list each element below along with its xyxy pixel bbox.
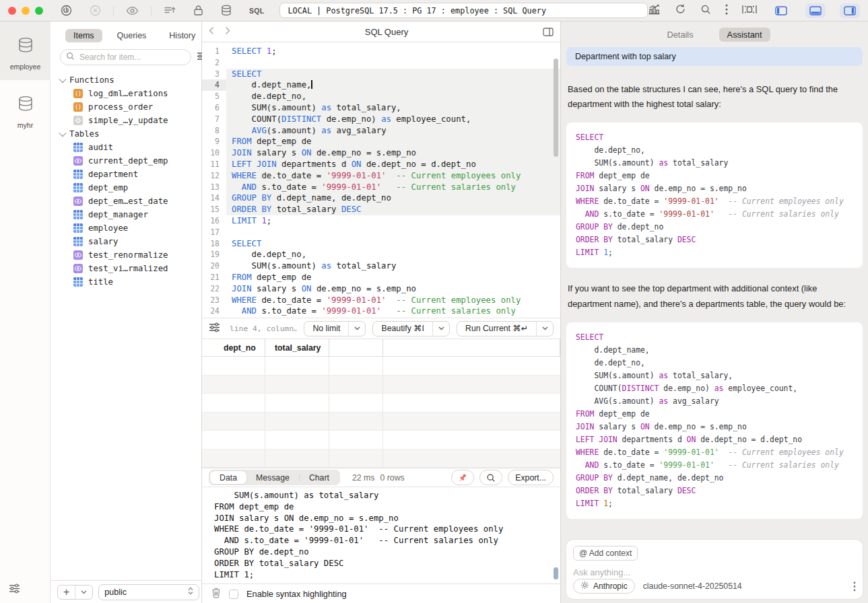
view-item[interactable]: dept_em…est_date xyxy=(51,194,201,208)
close-circle-icon[interactable] xyxy=(90,5,101,16)
editor-line[interactable]: 3SELECT xyxy=(202,69,560,80)
message-pane[interactable]: SUM(s.amount) as total_salaryFROM dept_e… xyxy=(202,487,560,583)
table-row[interactable] xyxy=(202,394,560,413)
more-vertical-icon[interactable] xyxy=(853,581,856,592)
table-cell[interactable] xyxy=(214,413,265,431)
tab-queries[interactable]: Queries xyxy=(109,29,155,42)
table-cell[interactable] xyxy=(329,394,383,412)
beautify-button[interactable]: Beautify ⌘I xyxy=(372,321,450,336)
tables-group-header[interactable]: Tables xyxy=(51,127,201,141)
database-icon[interactable] xyxy=(221,5,232,16)
procedure-item[interactable]: simple_…y_update xyxy=(51,114,201,127)
connection-myhr[interactable]: myhr xyxy=(0,80,51,139)
table-row[interactable] xyxy=(202,376,560,394)
editor-line[interactable]: 18SELECT xyxy=(202,238,560,250)
sql-code-block[interactable]: SELECT d.dept_name, de.dept_no, SUM(s.am… xyxy=(566,322,863,519)
model-name[interactable]: claude-sonnet-4-20250514 xyxy=(643,581,742,591)
chevron-down-icon[interactable] xyxy=(433,326,449,330)
editor-line[interactable]: 5 de.dept_no, xyxy=(202,91,560,102)
editor-line[interactable]: 15ORDER BY total_salary DESC xyxy=(202,204,560,215)
functions-group-header[interactable]: Functions xyxy=(51,73,201,87)
table-cell[interactable] xyxy=(383,450,560,468)
schema-select[interactable]: public xyxy=(98,584,199,600)
table-cell[interactable] xyxy=(265,357,329,375)
add-item-button[interactable]: + xyxy=(57,585,93,600)
zoom-window-button[interactable] xyxy=(35,7,43,15)
editor-line[interactable]: 21FROM dept_emp de xyxy=(202,272,560,283)
editor-line[interactable]: 20 SUM(s.amount) as total_salary xyxy=(202,260,560,272)
table-cell[interactable] xyxy=(383,376,560,394)
table-cell[interactable] xyxy=(383,357,560,375)
table-cell[interactable] xyxy=(329,376,383,394)
table-item[interactable]: employee xyxy=(51,221,201,235)
refresh-icon[interactable] xyxy=(675,3,686,17)
editor-line[interactable]: 24 AND s.to_date = '9999-01-01' -- Curre… xyxy=(202,306,560,317)
right-panel-toggle[interactable] xyxy=(840,3,860,18)
editor-line[interactable]: 2 xyxy=(202,57,560,69)
log-list-icon[interactable] xyxy=(164,5,176,15)
table-item[interactable]: salary xyxy=(51,235,201,248)
table-cell[interactable] xyxy=(214,450,265,468)
lock-icon[interactable] xyxy=(193,5,203,16)
table-cell[interactable] xyxy=(265,376,329,394)
editor-line[interactable]: 22JOIN salary s ON de.emp_no = s.emp_no xyxy=(202,283,560,295)
search-input[interactable] xyxy=(78,52,185,63)
table-cell[interactable] xyxy=(329,431,383,449)
add-item-label[interactable]: + xyxy=(58,586,75,599)
table-item[interactable]: audit xyxy=(51,141,201,154)
tab-history[interactable]: History xyxy=(161,29,203,42)
tab-details[interactable]: Details xyxy=(659,28,701,42)
search-icon[interactable] xyxy=(700,4,711,17)
editor-line[interactable]: 16LIMIT 1; xyxy=(202,215,560,227)
provider-selector[interactable]: Anthropic xyxy=(573,579,635,594)
eye-icon[interactable] xyxy=(126,6,139,15)
bottom-panel-toggle[interactable] xyxy=(805,3,826,18)
chevron-down-icon[interactable] xyxy=(349,326,365,330)
table-cell[interactable] xyxy=(329,413,383,431)
connection-title[interactable]: LOCAL | PostgreSQL 17.5 : PG 17 : employ… xyxy=(279,3,648,18)
editor-line[interactable]: 13 AND s.to_date = '9999-01-01' -- Curre… xyxy=(202,182,560,193)
table-cell[interactable] xyxy=(214,357,265,375)
table-cell[interactable] xyxy=(329,357,383,375)
editor-line[interactable]: 6 SUM(s.amount) as total_salary, xyxy=(202,102,560,114)
message-scrollbar[interactable] xyxy=(554,567,558,579)
editor-line[interactable]: 17 xyxy=(202,227,560,238)
tab-chart[interactable]: Chart xyxy=(300,471,339,484)
chart-icon[interactable] xyxy=(648,4,661,17)
table-item[interactable]: title xyxy=(51,275,201,289)
split-panel-icon[interactable] xyxy=(543,28,554,36)
editor-line[interactable]: 10JOIN salary s ON de.emp_no = s.emp_no xyxy=(202,147,560,159)
table-row[interactable] xyxy=(202,450,560,468)
trash-icon[interactable] xyxy=(211,588,221,601)
editor-line[interactable]: 7 COUNT(DISTINCT de.emp_no) as employee_… xyxy=(202,114,560,125)
editor-line[interactable]: 12WHERE de.to_date = '9999-01-01' -- Cur… xyxy=(202,170,560,182)
table-item[interactable]: dept_emp xyxy=(51,181,201,194)
minimize-window-button[interactable] xyxy=(22,7,30,15)
sql-editor[interactable]: 1SELECT 1;23SELECT4 d.dept_name,5 de.dep… xyxy=(202,42,560,318)
function-item[interactable]: ()log_dml…erations xyxy=(51,87,201,100)
view-item[interactable]: test_vi…rmalized xyxy=(51,262,201,275)
settings-sliders-icon[interactable] xyxy=(9,583,20,596)
tab-message[interactable]: Message xyxy=(246,471,299,484)
left-panel-toggle[interactable] xyxy=(771,3,791,18)
editor-line[interactable]: 14GROUP BY d.dept_name, de.dept_no xyxy=(202,192,560,204)
item-search-field[interactable] xyxy=(60,49,191,65)
limit-button[interactable]: No limit xyxy=(304,321,366,336)
table-cell[interactable] xyxy=(214,394,265,412)
connection-employee[interactable]: employee xyxy=(0,22,51,80)
table-cell[interactable] xyxy=(265,413,329,431)
add-context-button[interactable]: @ Add context xyxy=(573,546,638,561)
editor-line[interactable]: 9FROM dept_emp de xyxy=(202,136,560,147)
back-icon[interactable] xyxy=(209,26,214,38)
syntax-highlighting-checkbox[interactable] xyxy=(229,590,238,599)
table-row[interactable] xyxy=(202,357,560,376)
power-plug-icon[interactable] xyxy=(61,5,72,16)
center-layout-icon[interactable] xyxy=(742,5,757,17)
table-cell[interactable] xyxy=(265,450,329,468)
view-item[interactable]: test_renormalize xyxy=(51,248,201,262)
ask-input[interactable]: Ask anything... xyxy=(573,567,856,577)
function-item[interactable]: ()process_order xyxy=(51,100,201,114)
pin-button[interactable] xyxy=(451,470,474,485)
run-current-button[interactable]: Run Current ⌘↵ xyxy=(457,321,554,336)
results-grid[interactable]: dept_no total_salary xyxy=(202,339,560,468)
